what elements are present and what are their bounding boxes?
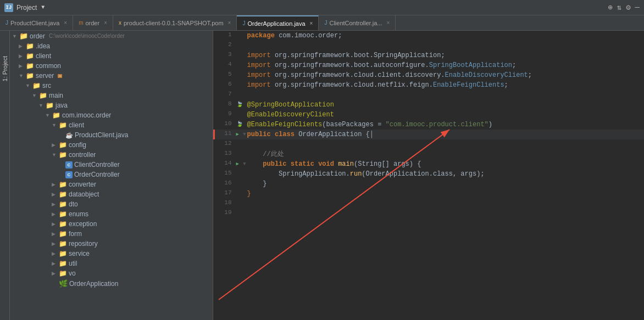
line-gutter [236, 179, 247, 189]
tree-item-server[interactable]: ▼ 📁 server ~ [10, 71, 213, 81]
folder-icon: 📁 [59, 240, 67, 248]
run-gutter-icon-2[interactable]: ▶ [236, 161, 239, 167]
code-table: 1 package com.imooc.order; 2 3 im [213, 31, 644, 218]
line-number: 5 [214, 70, 236, 80]
folder-icon: 📁 [52, 111, 60, 119]
line-content: @EnableDiscoveryClient [247, 110, 645, 120]
tree-label: common [36, 62, 61, 70]
tree-item-client[interactable]: ▶ 📁 client [10, 51, 213, 61]
tree-item-converter[interactable]: ▶ 📁 converter [10, 179, 213, 189]
run-gutter-icon[interactable]: ▶ [236, 132, 239, 137]
class-icon: C [65, 171, 73, 178]
close-icon[interactable]: × [104, 20, 107, 26]
line-number: 10 [214, 120, 236, 130]
tree-item-order-application[interactable]: 🌿 OrderApplication [10, 278, 213, 289]
line-content [247, 199, 645, 209]
tree-arrow: ▶ [52, 241, 57, 246]
line-number: 12 [214, 139, 236, 149]
settings-icon[interactable]: ⚙ [626, 3, 630, 12]
project-arrow[interactable]: ▼ [41, 4, 45, 10]
tree-arrow: ▶ [52, 211, 57, 217]
code-line-3: 3 import org.springframework.boot.Spring… [214, 50, 645, 60]
tree-item-util[interactable]: ▶ 📁 util [10, 259, 213, 268]
tree-label: server [36, 72, 54, 80]
tab-product-client[interactable]: J ProductClient.java × [0, 15, 73, 30]
tree-item-order-root[interactable]: ▼ 📁 order C:\work\code\imoocCode\order [10, 31, 213, 41]
line-number: 9 [214, 110, 236, 120]
tree-item-service[interactable]: ▶ 📁 service [10, 249, 213, 259]
tree-item-client-pkg[interactable]: ▼ 📁 client [10, 120, 213, 130]
transfer-icon[interactable]: ⇅ [617, 3, 621, 12]
java-icon: J [5, 20, 8, 26]
tab-label: order [85, 20, 99, 26]
tree-item-repository[interactable]: ▶ 📁 repository [10, 239, 213, 249]
tree-arrow: ▼ [12, 33, 18, 39]
line-number: 8 [214, 100, 236, 110]
close-icon[interactable]: × [64, 20, 67, 26]
tab-order[interactable]: m order × [73, 15, 113, 30]
tree-item-main[interactable]: ▼ 📁 main [10, 91, 213, 100]
tree-item-form[interactable]: ▶ 📁 form [10, 229, 213, 239]
tree-item-com-imooc-order[interactable]: ▼ 📁 com.imooc.order [10, 110, 213, 120]
code-line-1: 1 package com.imooc.order; [214, 31, 645, 41]
minimize-icon[interactable]: — [635, 3, 640, 12]
tab-label: ProductClient.java [10, 20, 59, 26]
code-line-12: 12 [214, 139, 645, 149]
code-line-7: 7 [214, 90, 645, 100]
tab-pom[interactable]: x product-client-0.0.1-SNAPSHOT.pom × [113, 15, 237, 30]
tree-item-common[interactable]: ▶ 📁 common [10, 61, 213, 71]
bean-gutter-icon[interactable]: 🍃 [236, 121, 243, 127]
close-icon[interactable]: × [228, 20, 231, 26]
code-editor[interactable]: 1 package com.imooc.order; 2 3 im [213, 31, 644, 320]
tree-item-order-controller[interactable]: C OrderController [10, 170, 213, 179]
line-number: 1 [214, 31, 236, 41]
tree-item-product-client-file[interactable]: ☕ ProductClient.java [10, 130, 213, 140]
xml-icon: x [119, 20, 121, 26]
bean-gutter-icon[interactable]: 🍃 [236, 102, 243, 108]
tree-item-java[interactable]: ▼ 📁 java [10, 100, 213, 110]
tree-item-dto[interactable]: ▶ 📁 dto [10, 199, 213, 209]
folder-icon: 📁 [59, 181, 67, 188]
tree-arrow: ▼ [19, 73, 24, 78]
tree-item-exception[interactable]: ▶ 📁 exception [10, 219, 213, 229]
add-icon[interactable]: ⊕ [608, 3, 612, 12]
tree-item-vo[interactable]: ▶ 📁 vo [10, 268, 213, 278]
close-icon[interactable]: × [310, 20, 313, 26]
tree-item-enums[interactable]: ▶ 📁 enums [10, 209, 213, 219]
tree-arrow: ▶ [52, 192, 57, 197]
code-line-17: 17 } [214, 189, 645, 199]
close-icon[interactable]: × [386, 20, 390, 26]
line-gutter [236, 31, 247, 41]
tree-label: exception [69, 220, 97, 228]
title-bar-icons: ⊕ ⇅ ⚙ — [608, 3, 640, 12]
tree-item-config[interactable]: ▶ 📁 config [10, 140, 213, 150]
collapse-gutter-icon[interactable]: ▼ [243, 132, 246, 137]
tab-label: product-client-0.0.1-SNAPSHOT.pom [124, 20, 224, 26]
tab-client-controller[interactable]: J ClientController.ja... × [319, 15, 396, 30]
tree-item-dataobject[interactable]: ▶ 📁 dataobject [10, 189, 213, 199]
line-content [247, 139, 645, 149]
tree-item-controller[interactable]: ▼ 📁 controller [10, 150, 213, 160]
project-tree: ▼ 📁 order C:\work\code\imoocCode\order ▶… [10, 31, 213, 320]
line-content: import org.springframework.cloud.netflix… [247, 80, 645, 90]
line-gutter [236, 139, 247, 149]
line-content: } [247, 189, 645, 199]
line-number: 6 [214, 80, 236, 90]
folder-icon: 📁 [59, 250, 67, 257]
line-content: public class OrderApplication {│ [247, 130, 645, 139]
tree-item-client-controller[interactable]: C ClientController [10, 160, 213, 170]
line-gutter: 🍃 [236, 120, 247, 130]
tree-arrow: ▶ [52, 221, 57, 227]
collapse-gutter-icon-2[interactable]: ▼ [243, 161, 246, 167]
line-number: 13 [214, 149, 236, 159]
folder-icon: 📁 [26, 72, 34, 80]
line-gutter [236, 149, 247, 159]
tab-order-application[interactable]: J OrderApplication.java × [237, 15, 319, 30]
java-file-icon: ☕ [65, 132, 73, 139]
tree-item-src[interactable]: ▼ 📁 src [10, 81, 213, 91]
code-line-5: 5 import org.springframework.cloud.clien… [214, 70, 645, 80]
side-tab-label[interactable]: 1: Project [1, 53, 9, 85]
tree-item-idea[interactable]: ▶ 📁 .idea [10, 41, 213, 51]
folder-icon: 📁 [32, 82, 41, 89]
tree-arrow: ▼ [32, 93, 37, 98]
